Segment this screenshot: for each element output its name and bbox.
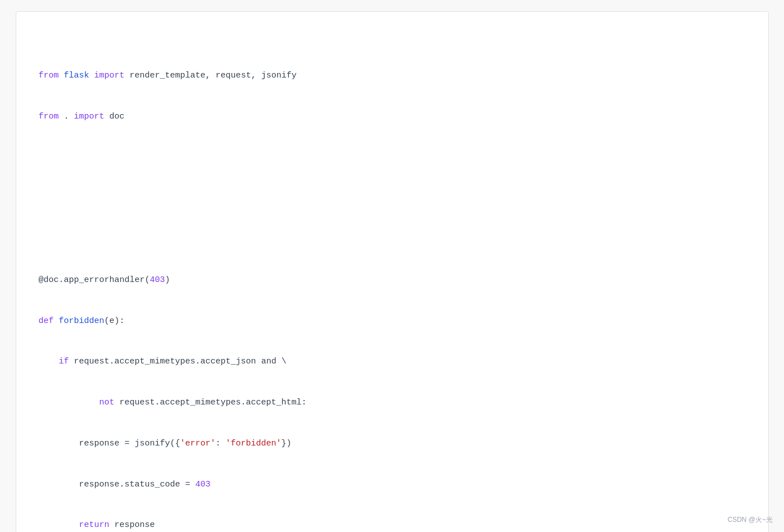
code-line-2: from . import doc <box>39 110 746 124</box>
code-line-blank-2 <box>39 192 746 206</box>
watermark-text: CSDN @火~光 <box>727 515 773 525</box>
code-content: from flask import render_template, reque… <box>39 29 746 532</box>
code-line-5: if request.accept_mimetypes.accept_json … <box>39 355 746 369</box>
code-line-blank-1 <box>39 151 746 165</box>
code-line-4: def forbidden(e): <box>39 315 746 329</box>
code-line-9: return response <box>39 519 746 532</box>
code-line-6: not request.accept_mimetypes.accept_html… <box>39 396 746 410</box>
code-line-7: response = jsonify({'error': 'forbidden'… <box>39 437 746 451</box>
code-editor: from flask import render_template, reque… <box>16 11 769 532</box>
code-line-1: from flask import render_template, reque… <box>39 69 746 83</box>
code-line-8: response.status_code = 403 <box>39 478 746 492</box>
code-line-blank-3 <box>39 233 746 247</box>
code-line-3: @doc.app_errorhandler(403) <box>39 274 746 288</box>
